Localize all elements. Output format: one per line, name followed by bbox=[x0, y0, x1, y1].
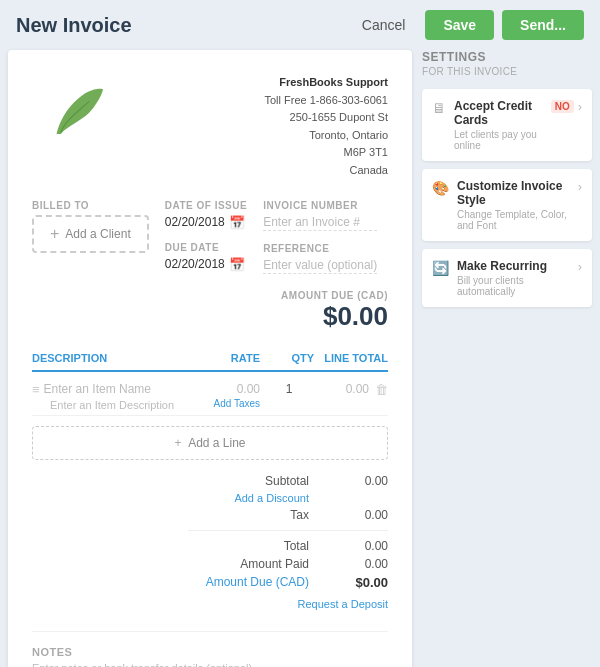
date-of-issue-input[interactable]: 02/20/2018 📅 bbox=[165, 215, 247, 230]
accept-credit-cards-badge: NO bbox=[551, 100, 574, 113]
rate-col: 0.00 Add Taxes bbox=[180, 382, 260, 409]
billed-to-field: Billed To + Add a Client bbox=[32, 200, 149, 274]
invoice-number-label: Invoice Number bbox=[263, 200, 377, 211]
date-of-issue-label: Date of Issue bbox=[165, 200, 247, 211]
chevron-right-icon: › bbox=[578, 99, 582, 114]
due-date-value: 02/20/2018 bbox=[165, 257, 225, 271]
make-recurring-label: Make Recurring bbox=[457, 259, 572, 273]
company-info: FreshBooks Support Toll Free 1-866-303-6… bbox=[264, 74, 388, 180]
subtotal-value: 0.00 bbox=[333, 474, 388, 488]
amount-due-section: Amount Due (CAD) $0.00 bbox=[281, 290, 388, 332]
line-item-row: ≡ Enter an Item Name Enter an Item Descr… bbox=[32, 378, 388, 416]
item-name-row: ≡ Enter an Item Name bbox=[32, 382, 176, 397]
tax-row: Tax 0.00 bbox=[188, 508, 388, 522]
accept-credit-cards-label: Accept Credit Cards bbox=[454, 99, 545, 127]
qty-value: 1 bbox=[286, 382, 293, 396]
company-country: Canada bbox=[264, 162, 388, 180]
amount-paid-label: Amount Paid bbox=[188, 557, 309, 571]
make-recurring-item[interactable]: 🔄 Make Recurring Bill your clients autom… bbox=[422, 249, 592, 307]
total-label: Total bbox=[188, 539, 309, 553]
calendar-icon: 📅 bbox=[229, 215, 245, 230]
customize-style-desc: Change Template, Color, and Font bbox=[457, 209, 572, 231]
company-logo bbox=[32, 74, 122, 144]
settings-subtitle: For This Invoice bbox=[422, 66, 592, 77]
amount-paid-value: 0.00 bbox=[333, 557, 388, 571]
discount-row: Add a Discount bbox=[188, 492, 388, 504]
company-phone: Toll Free 1-866-303-6061 bbox=[264, 92, 388, 110]
line-total-col: 0.00 🗑 bbox=[318, 382, 388, 397]
invoice-number-input[interactable]: Enter an Invoice # bbox=[263, 215, 377, 231]
add-taxes-button[interactable]: Add Taxes bbox=[180, 398, 260, 409]
item-desc-input[interactable]: Enter an Item Description bbox=[32, 399, 176, 411]
amount-due-value: $0.00 bbox=[281, 301, 388, 332]
subtotal-label: Subtotal bbox=[188, 474, 309, 488]
col-rate: Rate bbox=[180, 352, 260, 364]
tax-value: 0.00 bbox=[333, 508, 388, 522]
amount-due-label: Amount Due (CAD) bbox=[281, 290, 388, 301]
delete-line-icon[interactable]: 🗑 bbox=[375, 382, 388, 397]
header: New Invoice Cancel Save Send... bbox=[0, 0, 600, 50]
make-recurring-desc: Bill your clients automatically bbox=[457, 275, 572, 297]
due-date-label: Due Date bbox=[165, 242, 247, 253]
settings-panel: Settings For This Invoice 🖥 Accept Credi… bbox=[422, 50, 592, 667]
col-description: Description bbox=[32, 352, 176, 364]
add-line-button[interactable]: + Add a Line bbox=[32, 426, 388, 460]
qty-col[interactable]: 1 bbox=[264, 382, 314, 396]
line-items-header: Description Rate Qty Line Total bbox=[32, 352, 388, 372]
billed-to-label: Billed To bbox=[32, 200, 149, 211]
total-row: Total 0.00 bbox=[188, 539, 388, 553]
main-layout: FreshBooks Support Toll Free 1-866-303-6… bbox=[0, 50, 600, 667]
invoice-panel: FreshBooks Support Toll Free 1-866-303-6… bbox=[8, 50, 412, 667]
company-name: FreshBooks Support bbox=[264, 74, 388, 92]
date-of-issue-field: Date of Issue 02/20/2018 📅 Due Date 02/2… bbox=[165, 200, 247, 274]
add-discount-link[interactable]: Add a Discount bbox=[188, 492, 309, 504]
col-line-total: Line Total bbox=[318, 352, 388, 364]
item-name-input[interactable]: Enter an Item Name bbox=[44, 382, 176, 396]
rate-input[interactable]: 0.00 bbox=[180, 382, 260, 396]
add-line-label: Add a Line bbox=[188, 436, 245, 450]
tax-label: Tax bbox=[188, 508, 309, 522]
calendar-icon-2: 📅 bbox=[229, 257, 245, 272]
page-title: New Invoice bbox=[16, 14, 132, 37]
drag-handle-icon[interactable]: ≡ bbox=[32, 382, 40, 397]
reference-input[interactable]: Enter value (optional) bbox=[263, 258, 377, 274]
invoice-header: FreshBooks Support Toll Free 1-866-303-6… bbox=[32, 74, 388, 180]
add-line-plus-icon: + bbox=[174, 436, 181, 450]
chevron-right-icon-3: › bbox=[578, 259, 582, 274]
totals-divider bbox=[188, 530, 388, 531]
add-client-label: Add a Client bbox=[65, 227, 130, 241]
credit-card-icon: 🖥 bbox=[432, 100, 446, 116]
col-qty: Qty bbox=[264, 352, 314, 364]
notes-section: Notes Enter notes or bank transfer detai… bbox=[32, 631, 388, 667]
totals-amount-due-value: $0.00 bbox=[333, 575, 388, 590]
notes-input[interactable]: Enter notes or bank transfer details (op… bbox=[32, 662, 388, 667]
totals-section: Subtotal 0.00 Add a Discount Tax 0.00 To… bbox=[32, 474, 388, 611]
due-date-input[interactable]: 02/20/2018 📅 bbox=[165, 257, 247, 272]
totals-amount-due-label[interactable]: Amount Due (CAD) bbox=[188, 575, 309, 590]
reference-label: Reference bbox=[263, 243, 377, 254]
total-value: 0.00 bbox=[333, 539, 388, 553]
billing-section: Billed To + Add a Client Date of Issue 0… bbox=[32, 200, 388, 332]
accept-credit-cards-item[interactable]: 🖥 Accept Credit Cards Let clients pay yo… bbox=[422, 89, 592, 161]
add-client-button[interactable]: + Add a Client bbox=[32, 215, 149, 253]
notes-label: Notes bbox=[32, 646, 388, 658]
chevron-right-icon-2: › bbox=[578, 179, 582, 194]
company-city: Toronto, Ontario bbox=[264, 127, 388, 145]
accept-credit-cards-desc: Let clients pay you online bbox=[454, 129, 545, 151]
totals-amount-due-row: Amount Due (CAD) $0.00 bbox=[188, 575, 388, 590]
settings-title: Settings bbox=[422, 50, 592, 64]
customize-icon: 🎨 bbox=[432, 180, 449, 196]
company-address1: 250-1655 Dupont St bbox=[264, 109, 388, 127]
customize-style-item[interactable]: 🎨 Customize Invoice Style Change Templat… bbox=[422, 169, 592, 241]
recurring-icon: 🔄 bbox=[432, 260, 449, 276]
date-of-issue-value: 02/20/2018 bbox=[165, 215, 225, 229]
invoice-number-field: Invoice Number Enter an Invoice # Refere… bbox=[263, 200, 377, 274]
cancel-button[interactable]: Cancel bbox=[350, 11, 418, 39]
subtotal-row: Subtotal 0.00 bbox=[188, 474, 388, 488]
header-actions: Cancel Save Send... bbox=[350, 10, 584, 40]
save-button[interactable]: Save bbox=[425, 10, 494, 40]
item-name-col: ≡ Enter an Item Name Enter an Item Descr… bbox=[32, 382, 176, 411]
line-total-value: 0.00 bbox=[346, 382, 369, 396]
send-button[interactable]: Send... bbox=[502, 10, 584, 40]
request-deposit-link[interactable]: Request a Deposit bbox=[298, 598, 389, 610]
